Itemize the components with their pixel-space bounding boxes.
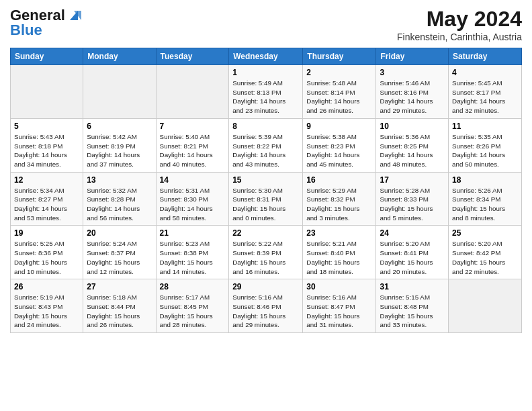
- table-row: 9Sunrise: 5:38 AMSunset: 8:23 PMDaylight…: [303, 118, 376, 172]
- day-info: Sunrise: 5:31 AMSunset: 8:30 PMDaylight:…: [160, 186, 226, 223]
- table-row: 12Sunrise: 5:34 AMSunset: 8:27 PMDayligh…: [11, 172, 83, 226]
- table-row: 22Sunrise: 5:22 AMSunset: 8:39 PMDayligh…: [229, 226, 303, 279]
- day-number: 21: [160, 228, 226, 238]
- day-info: Sunrise: 5:48 AMSunset: 8:14 PMDaylight:…: [306, 79, 372, 116]
- day-info: Sunrise: 5:34 AMSunset: 8:27 PMDaylight:…: [14, 186, 79, 223]
- title-block: May 2024 Finkenstein, Carinthia, Austria: [397, 7, 522, 42]
- table-row: 28Sunrise: 5:17 AMSunset: 8:45 PMDayligh…: [156, 279, 229, 333]
- day-number: 10: [380, 122, 445, 131]
- day-info: Sunrise: 5:21 AMSunset: 8:40 PMDaylight:…: [306, 239, 372, 276]
- table-row: 27Sunrise: 5:18 AMSunset: 8:44 PMDayligh…: [83, 279, 156, 333]
- day-info: Sunrise: 5:30 AMSunset: 8:31 PMDaylight:…: [232, 186, 299, 223]
- calendar-table: Sunday Monday Tuesday Wednesday Thursday…: [10, 48, 522, 333]
- day-info: Sunrise: 5:25 AMSunset: 8:36 PMDaylight:…: [14, 239, 79, 276]
- day-info: Sunrise: 5:26 AMSunset: 8:34 PMDaylight:…: [452, 186, 518, 223]
- day-info: Sunrise: 5:22 AMSunset: 8:39 PMDaylight:…: [232, 239, 299, 276]
- table-row: 8Sunrise: 5:39 AMSunset: 8:22 PMDaylight…: [229, 118, 303, 172]
- day-info: Sunrise: 5:16 AMSunset: 8:47 PMDaylight:…: [306, 293, 372, 330]
- col-thursday: Thursday: [303, 48, 376, 65]
- day-number: 18: [452, 175, 518, 185]
- day-info: Sunrise: 5:17 AMSunset: 8:45 PMDaylight:…: [160, 293, 226, 330]
- subtitle: Finkenstein, Carinthia, Austria: [397, 32, 522, 42]
- table-row: 23Sunrise: 5:21 AMSunset: 8:40 PMDayligh…: [303, 226, 376, 279]
- day-number: 2: [306, 68, 372, 77]
- calendar-header-row: Sunday Monday Tuesday Wednesday Thursday…: [11, 48, 522, 65]
- col-friday: Friday: [376, 48, 449, 65]
- day-info: Sunrise: 5:32 AMSunset: 8:28 PMDaylight:…: [87, 186, 152, 223]
- day-info: Sunrise: 5:29 AMSunset: 8:32 PMDaylight:…: [306, 186, 372, 223]
- table-row: 19Sunrise: 5:25 AMSunset: 8:36 PMDayligh…: [11, 226, 83, 279]
- page: General Blue May 2024 Finkenstein, Carin…: [0, 0, 532, 411]
- table-row: 4Sunrise: 5:45 AMSunset: 8:17 PMDaylight…: [449, 65, 522, 119]
- day-number: 26: [14, 282, 79, 291]
- col-saturday: Saturday: [449, 48, 522, 65]
- table-row: 14Sunrise: 5:31 AMSunset: 8:30 PMDayligh…: [156, 172, 229, 226]
- day-info: Sunrise: 5:18 AMSunset: 8:44 PMDaylight:…: [87, 293, 152, 330]
- table-row: 5Sunrise: 5:43 AMSunset: 8:18 PMDaylight…: [11, 118, 83, 172]
- table-row: 26Sunrise: 5:19 AMSunset: 8:43 PMDayligh…: [11, 279, 83, 333]
- day-number: 15: [232, 175, 299, 185]
- logo-icon: [66, 8, 81, 23]
- day-info: Sunrise: 5:40 AMSunset: 8:21 PMDaylight:…: [160, 132, 226, 169]
- day-info: Sunrise: 5:19 AMSunset: 8:43 PMDaylight:…: [14, 293, 79, 330]
- table-row: 29Sunrise: 5:16 AMSunset: 8:46 PMDayligh…: [229, 279, 303, 333]
- day-info: Sunrise: 5:38 AMSunset: 8:23 PMDaylight:…: [306, 132, 372, 169]
- day-number: 5: [14, 122, 79, 131]
- table-row: 7Sunrise: 5:40 AMSunset: 8:21 PMDaylight…: [156, 118, 229, 172]
- table-row: 16Sunrise: 5:29 AMSunset: 8:32 PMDayligh…: [303, 172, 376, 226]
- col-monday: Monday: [83, 48, 156, 65]
- table-row: 17Sunrise: 5:28 AMSunset: 8:33 PMDayligh…: [376, 172, 449, 226]
- day-info: Sunrise: 5:45 AMSunset: 8:17 PMDaylight:…: [452, 79, 518, 116]
- header: General Blue May 2024 Finkenstein, Carin…: [10, 7, 522, 42]
- day-number: 13: [87, 175, 152, 185]
- day-number: 31: [380, 282, 445, 291]
- day-info: Sunrise: 5:35 AMSunset: 8:26 PMDaylight:…: [452, 132, 518, 169]
- day-number: 16: [306, 175, 372, 185]
- table-row: 6Sunrise: 5:42 AMSunset: 8:19 PMDaylight…: [83, 118, 156, 172]
- logo-blue: Blue: [10, 21, 42, 39]
- day-number: 11: [452, 122, 518, 131]
- day-number: 25: [452, 228, 518, 238]
- col-tuesday: Tuesday: [156, 48, 229, 65]
- day-number: 9: [306, 122, 372, 131]
- table-row: [156, 65, 229, 119]
- day-info: Sunrise: 5:39 AMSunset: 8:22 PMDaylight:…: [232, 132, 299, 169]
- day-info: Sunrise: 5:15 AMSunset: 8:48 PMDaylight:…: [380, 293, 445, 330]
- day-info: Sunrise: 5:46 AMSunset: 8:16 PMDaylight:…: [380, 79, 445, 116]
- table-row: 1Sunrise: 5:49 AMSunset: 8:13 PMDaylight…: [229, 65, 303, 119]
- day-number: 29: [232, 282, 299, 291]
- day-info: Sunrise: 5:49 AMSunset: 8:13 PMDaylight:…: [232, 79, 299, 116]
- day-number: 19: [14, 228, 79, 238]
- calendar-week-4: 19Sunrise: 5:25 AMSunset: 8:36 PMDayligh…: [11, 226, 522, 279]
- day-number: 6: [87, 122, 152, 131]
- col-wednesday: Wednesday: [229, 48, 303, 65]
- day-number: 17: [380, 175, 445, 185]
- table-row: 13Sunrise: 5:32 AMSunset: 8:28 PMDayligh…: [83, 172, 156, 226]
- table-row: 24Sunrise: 5:20 AMSunset: 8:41 PMDayligh…: [376, 226, 449, 279]
- logo: General Blue: [10, 7, 81, 39]
- day-number: 4: [452, 68, 518, 77]
- calendar-week-3: 12Sunrise: 5:34 AMSunset: 8:27 PMDayligh…: [11, 172, 522, 226]
- day-number: 8: [232, 122, 299, 131]
- calendar-week-2: 5Sunrise: 5:43 AMSunset: 8:18 PMDaylight…: [11, 118, 522, 172]
- table-row: 25Sunrise: 5:20 AMSunset: 8:42 PMDayligh…: [449, 226, 522, 279]
- table-row: [449, 279, 522, 333]
- col-sunday: Sunday: [11, 48, 83, 65]
- day-number: 14: [160, 175, 226, 185]
- day-number: 22: [232, 228, 299, 238]
- table-row: 15Sunrise: 5:30 AMSunset: 8:31 PMDayligh…: [229, 172, 303, 226]
- day-info: Sunrise: 5:23 AMSunset: 8:38 PMDaylight:…: [160, 239, 226, 276]
- day-number: 24: [380, 228, 445, 238]
- day-number: 1: [232, 68, 299, 77]
- table-row: [83, 65, 156, 119]
- table-row: 11Sunrise: 5:35 AMSunset: 8:26 PMDayligh…: [449, 118, 522, 172]
- day-info: Sunrise: 5:20 AMSunset: 8:42 PMDaylight:…: [452, 239, 518, 276]
- calendar-week-5: 26Sunrise: 5:19 AMSunset: 8:43 PMDayligh…: [11, 279, 522, 333]
- day-number: 7: [160, 122, 226, 131]
- calendar-week-1: 1Sunrise: 5:49 AMSunset: 8:13 PMDaylight…: [11, 65, 522, 119]
- table-row: 3Sunrise: 5:46 AMSunset: 8:16 PMDaylight…: [376, 65, 449, 119]
- table-row: 20Sunrise: 5:24 AMSunset: 8:37 PMDayligh…: [83, 226, 156, 279]
- table-row: 30Sunrise: 5:16 AMSunset: 8:47 PMDayligh…: [303, 279, 376, 333]
- main-title: May 2024: [397, 7, 522, 32]
- day-info: Sunrise: 5:36 AMSunset: 8:25 PMDaylight:…: [380, 132, 445, 169]
